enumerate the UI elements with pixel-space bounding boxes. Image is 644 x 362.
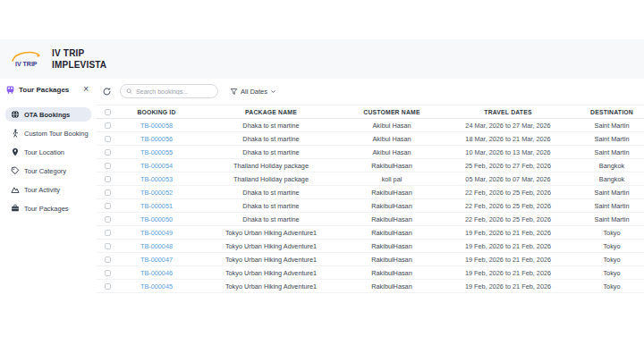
refresh-icon[interactable] xyxy=(102,87,112,97)
table-row[interactable]: TB-000058Dhaka to st martineAkibul Hasan… xyxy=(97,119,644,132)
customer-name-cell: RakibulHasan xyxy=(347,269,436,277)
sidebar-item-tour-activity[interactable]: Tour Activity xyxy=(5,182,91,197)
row-checkbox[interactable] xyxy=(105,163,111,169)
booking-id-cell[interactable]: TB-000053 xyxy=(118,175,195,183)
row-checkbox[interactable] xyxy=(105,216,111,223)
row-checkbox-cell xyxy=(97,136,118,142)
table-row[interactable]: TB-000046Tokyo Urban Hiking Adventure1Ra… xyxy=(97,266,644,280)
tag-icon xyxy=(11,166,20,175)
column-header-travel-dates: TRAVEL DATES xyxy=(436,109,580,115)
row-checkbox[interactable] xyxy=(105,243,111,249)
company-name-line1: IV TRIP xyxy=(52,47,106,59)
walking-person-icon xyxy=(11,129,20,138)
booking-id-cell[interactable]: TB-000047 xyxy=(118,256,195,264)
search-icon xyxy=(126,88,132,95)
table-row[interactable]: TB-000048Tokyo Urban Hiking Adventure1Ra… xyxy=(97,240,644,253)
row-checkbox[interactable] xyxy=(105,270,111,276)
row-checkbox-cell xyxy=(97,270,118,276)
booking-id-cell[interactable]: TB-000045 xyxy=(118,282,195,290)
briefcase-icon xyxy=(11,204,20,213)
customer-name-cell: RakibulHasan xyxy=(347,229,436,237)
sidebar-item-custom-tour-booking[interactable]: Custom Tour Booking xyxy=(5,126,91,140)
table-row[interactable]: TB-000047Tokyo Urban Hiking Adventure1Ra… xyxy=(97,253,644,266)
brand-logo: IV TRIP xyxy=(9,48,45,70)
row-checkbox-cell xyxy=(97,189,118,196)
package-name-cell: Dhaka to st martine xyxy=(195,189,347,197)
travel-dates-cell: 24 Mar, 2026 to 27 Mar, 2026 xyxy=(436,122,580,130)
date-filter-dropdown[interactable]: All Dates xyxy=(230,88,276,96)
travel-dates-cell: 22 Feb, 2026 to 25 Feb, 2026 xyxy=(436,215,580,223)
booking-id-cell[interactable]: TB-000048 xyxy=(118,242,195,250)
package-name-cell: Tokyo Urban Hiking Adventure1 xyxy=(195,256,347,264)
row-checkbox[interactable] xyxy=(105,136,111,142)
row-checkbox-cell xyxy=(97,163,118,169)
row-checkbox[interactable] xyxy=(105,230,111,236)
booking-id-cell[interactable]: TB-000049 xyxy=(118,229,195,237)
row-checkbox[interactable] xyxy=(105,149,111,156)
company-name: IV TRIP IMPLEVISTA xyxy=(52,47,106,71)
row-checkbox[interactable] xyxy=(105,189,111,196)
booking-id-cell[interactable]: TB-000051 xyxy=(118,202,195,210)
table-row[interactable]: TB-000050Dhaka to st martineRakibulHasan… xyxy=(97,213,644,226)
package-name-cell: Thailand Holiday package xyxy=(195,175,347,183)
table-row[interactable]: TB-000051Dhaka to st martineRakibulHasan… xyxy=(97,199,644,213)
table-row[interactable]: TB-000053Thailand Holiday packagekoli pa… xyxy=(97,173,644,186)
select-all-checkbox[interactable] xyxy=(105,109,111,115)
booking-id-cell[interactable]: TB-000056 xyxy=(118,135,195,143)
bookings-table: BOOKING IDPACKAGE NAMECUSTOMER NAMETRAVE… xyxy=(97,105,644,293)
destination-cell: Tokyo xyxy=(580,242,644,250)
package-name-cell: Dhaka to st martine xyxy=(195,202,347,210)
customer-name-cell: RakibulHasan xyxy=(347,215,436,223)
row-checkbox[interactable] xyxy=(105,283,111,290)
booking-id-cell[interactable]: TB-000055 xyxy=(118,148,195,156)
booking-id-cell[interactable]: TB-000050 xyxy=(118,215,195,223)
table-row[interactable]: TB-000052Dhaka to st martineRakibulHasan… xyxy=(97,186,644,199)
row-checkbox-cell xyxy=(97,176,118,182)
sidebar-item-label: Tour Category xyxy=(24,167,66,175)
destination-cell: Tokyo xyxy=(580,229,644,237)
customer-name-cell: Akibul Hasan xyxy=(347,148,436,156)
sidebar-item-label: Custom Tour Booking xyxy=(24,130,89,138)
table-row[interactable]: TB-000055Dhaka to st martineAkibul Hasan… xyxy=(97,146,644,159)
row-checkbox[interactable] xyxy=(105,257,111,263)
bookings-toolbar: All Dates xyxy=(97,79,644,100)
package-name-cell: Tokyo Urban Hiking Adventure1 xyxy=(195,269,347,277)
travel-dates-cell: 19 Feb, 2026 to 21 Feb, 2026 xyxy=(436,242,580,250)
table-header-row: BOOKING IDPACKAGE NAMECUSTOMER NAMETRAVE… xyxy=(97,105,644,119)
travel-dates-cell: 19 Feb, 2026 to 21 Feb, 2026 xyxy=(436,282,580,290)
row-checkbox-cell xyxy=(97,149,118,156)
destination-cell: Tokyo xyxy=(580,282,644,290)
travel-dates-cell: 22 Feb, 2026 to 25 Feb, 2026 xyxy=(436,202,580,210)
sidebar-item-tour-packages[interactable]: Tour Packages xyxy=(5,201,91,215)
app-header: IV TRIP IV TRIP IMPLEVISTA xyxy=(0,39,644,79)
table-row[interactable]: TB-000049Tokyo Urban Hiking Adventure1Ra… xyxy=(97,226,644,240)
sidebar-item-tour-location[interactable]: Tour Location xyxy=(5,145,91,159)
destination-cell: Tokyo xyxy=(580,256,644,264)
search-box[interactable] xyxy=(120,84,218,98)
close-icon[interactable]: × xyxy=(80,85,91,94)
booking-id-cell[interactable]: TB-000054 xyxy=(118,162,195,170)
booking-id-cell[interactable]: TB-000052 xyxy=(118,189,195,197)
sidebar-item-ota-bookings[interactable]: OTA Bookings xyxy=(5,107,91,122)
table-row[interactable]: TB-000054Thailand Holiday packageRakibul… xyxy=(97,159,644,173)
booking-id-cell[interactable]: TB-000046 xyxy=(118,269,195,277)
search-input[interactable] xyxy=(136,88,212,95)
destination-cell: Saint Martin xyxy=(580,202,644,210)
row-checkbox[interactable] xyxy=(105,122,111,129)
table-row[interactable]: TB-000056Dhaka to st martineAkibul Hasan… xyxy=(97,132,644,146)
row-checkbox[interactable] xyxy=(105,176,111,182)
package-name-cell: Dhaka to st martine xyxy=(195,122,347,130)
sidebar-item-tour-category[interactable]: Tour Category xyxy=(5,164,91,178)
destination-cell: Saint Martin xyxy=(580,148,644,156)
booking-id-cell[interactable]: TB-000058 xyxy=(118,122,195,130)
customer-name-cell: Akibul Hasan xyxy=(347,122,436,130)
table-body: TB-000058Dhaka to st martineAkibul Hasan… xyxy=(97,119,644,293)
travel-dates-cell: 10 Mar, 2026 to 13 Mar, 2026 xyxy=(436,148,580,156)
customer-name-cell: RakibulHasan xyxy=(347,162,436,170)
customer-name-cell: RakibulHasan xyxy=(347,256,436,264)
sidebar-title: Tour Packages xyxy=(19,86,69,94)
travel-dates-cell: 18 Mar, 2026 to 21 Mar, 2026 xyxy=(436,135,580,143)
row-checkbox[interactable] xyxy=(105,203,111,209)
table-row[interactable]: TB-000045Tokyo Urban Hiking Adventure1Ra… xyxy=(97,280,644,293)
select-all-checkbox-cell xyxy=(97,109,118,115)
